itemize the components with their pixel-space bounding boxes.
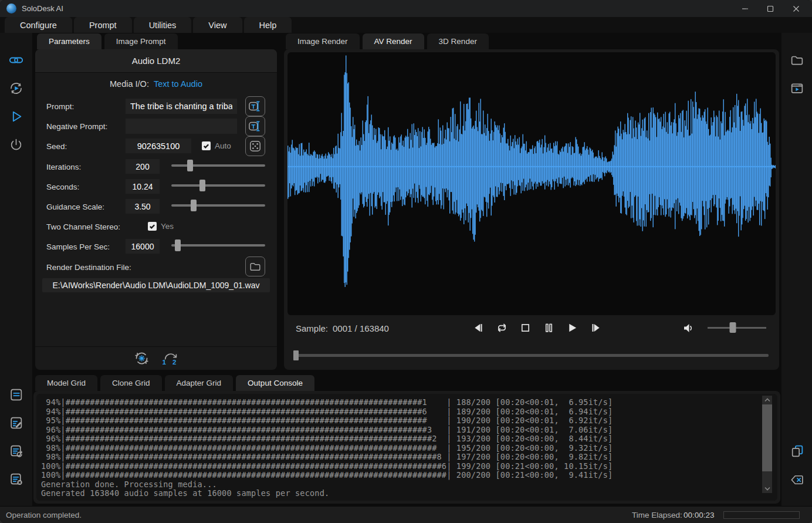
play-button[interactable] <box>564 319 580 336</box>
close-button[interactable] <box>783 0 810 17</box>
maximize-button[interactable] <box>757 0 784 17</box>
samples-input[interactable] <box>126 239 160 254</box>
sample-label: Sample: <box>296 323 328 333</box>
chevron-down-icon <box>764 487 770 491</box>
folder-icon <box>248 260 262 273</box>
loop-icon <box>496 322 508 333</box>
browse-dest-button[interactable] <box>245 257 265 276</box>
menu-utilities[interactable]: Utilities <box>134 17 192 33</box>
iterations-input[interactable] <box>126 159 160 174</box>
play-icon <box>567 322 578 333</box>
seconds-slider[interactable] <box>171 180 265 191</box>
scroll-down-button[interactable] <box>762 484 772 493</box>
menu-view[interactable]: View <box>193 17 242 33</box>
prompt-label: Prompt: <box>46 102 74 111</box>
slider-thumb[interactable] <box>187 160 193 171</box>
stop-button[interactable] <box>517 319 533 336</box>
step-back-icon <box>473 322 484 333</box>
stereo-checkbox[interactable] <box>148 222 157 231</box>
volume-button[interactable] <box>682 321 696 335</box>
reset-settings-button[interactable] <box>134 350 150 366</box>
right-toolbar <box>781 33 812 506</box>
slider-thumb[interactable] <box>199 180 205 191</box>
tab-clone-grid[interactable]: Clone Grid <box>100 375 162 391</box>
auto-checkbox[interactable] <box>202 141 211 150</box>
transport-controls <box>471 319 603 336</box>
random-seed-button[interactable] <box>245 136 265 156</box>
link-icon <box>9 53 23 68</box>
power-button[interactable] <box>8 137 23 152</box>
copy-button[interactable] <box>789 443 804 458</box>
prompt-text-edit-button[interactable] <box>245 96 265 116</box>
minimize-button[interactable] <box>732 0 759 17</box>
check-icon <box>149 223 155 230</box>
step-forward-button[interactable] <box>588 319 603 336</box>
open-player-button[interactable] <box>789 80 804 96</box>
iterations-slider[interactable] <box>171 160 265 171</box>
run-generate-button[interactable] <box>8 80 23 96</box>
play-preview-button[interactable] <box>8 109 23 124</box>
waveform-display <box>287 52 776 315</box>
document-refresh-button[interactable] <box>8 443 23 458</box>
tab-parameters[interactable]: Parameters <box>37 33 102 49</box>
title-bar: SoloDesk AI <box>0 0 812 17</box>
seed-label: Seed: <box>46 142 67 151</box>
seed-auto-checkbox-row: Auto <box>202 139 231 153</box>
power-icon <box>9 137 23 152</box>
prompt-input[interactable] <box>126 99 237 114</box>
step-back-button[interactable] <box>471 319 486 336</box>
seed-input[interactable] <box>126 139 191 153</box>
seconds-label: Seconds: <box>46 183 79 191</box>
guidance-slider[interactable] <box>171 200 265 211</box>
slider-track <box>708 327 766 329</box>
menu-configure[interactable]: Configure <box>5 17 72 33</box>
slider-thumb[interactable] <box>175 239 181 251</box>
tab-image-render[interactable]: Image Render <box>286 33 360 49</box>
samples-slider[interactable] <box>171 239 265 251</box>
seconds-input[interactable] <box>126 179 160 194</box>
document-list-button[interactable] <box>8 387 23 402</box>
dest-path-field[interactable]: E:\AIWorks\Render\Audio LDM\AudioLDM_100… <box>42 278 270 292</box>
console-scrollbar[interactable] <box>762 396 772 493</box>
dice-icon <box>248 140 262 153</box>
negative-text-edit-button[interactable] <box>245 116 265 136</box>
slider-thumb[interactable] <box>730 322 736 333</box>
stereo-label: Two Channel Stereo: <box>46 222 120 231</box>
parameters-panel: Audio LDM2 Media I/O: Text to Audio Prom… <box>35 49 277 370</box>
link-tool-button[interactable] <box>8 52 23 68</box>
tab-image-prompt[interactable]: Image Prompt <box>104 33 178 49</box>
waveform-canvas <box>287 52 776 315</box>
app-window: SoloDesk AI Configure Prompt Utilities V… <box>0 0 812 523</box>
negative-prompt-input[interactable] <box>126 119 237 134</box>
open-folder-button[interactable] <box>789 52 804 68</box>
stereo-checkbox-row: Yes <box>148 219 174 234</box>
loop-button[interactable] <box>494 319 509 336</box>
slider-thumb[interactable] <box>293 350 299 360</box>
scroll-up-button[interactable] <box>762 396 772 404</box>
console-line: 94%|####################################… <box>41 398 777 407</box>
volume-slider[interactable] <box>708 322 766 333</box>
slider-thumb[interactable] <box>191 200 197 211</box>
slider-track <box>171 184 265 187</box>
tab-3d-render[interactable]: 3D Render <box>427 33 489 49</box>
seek-slider[interactable] <box>293 350 769 360</box>
undo-steps-button[interactable]: 1 2 <box>163 351 179 366</box>
slider-track <box>171 244 265 247</box>
minimize-icon <box>742 5 749 12</box>
document-icon <box>9 387 23 402</box>
menu-help[interactable]: Help <box>244 17 292 33</box>
menu-prompt[interactable]: Prompt <box>74 17 132 33</box>
tab-model-grid[interactable]: Model Grid <box>35 375 97 391</box>
document-delete-button[interactable] <box>8 471 23 487</box>
guidance-input[interactable] <box>126 199 160 214</box>
text-edit-icon <box>248 100 262 113</box>
clear-button[interactable] <box>789 472 804 487</box>
tab-adapter-grid[interactable]: Adapter Grid <box>165 375 234 391</box>
negative-prompt-label: Negative Prompt: <box>46 122 107 131</box>
scrollbar-thumb[interactable] <box>762 404 772 471</box>
pause-button[interactable] <box>541 319 556 336</box>
tab-av-render[interactable]: AV Render <box>363 33 424 49</box>
media-io-link[interactable]: Text to Audio <box>154 79 202 89</box>
tab-output-console[interactable]: Output Console <box>236 375 314 391</box>
document-edit-button[interactable] <box>8 415 23 430</box>
